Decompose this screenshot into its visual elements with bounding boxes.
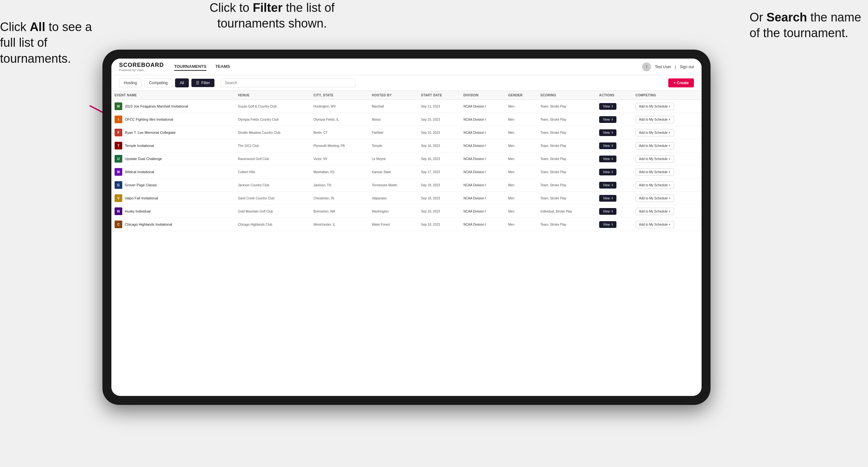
view-button[interactable]: View ℹ: [599, 195, 616, 201]
view-button[interactable]: View ℹ: [599, 169, 616, 176]
team-logo: M: [115, 102, 122, 110]
cell-scoring: Team, Stroke Play: [537, 139, 596, 152]
add-to-schedule-button[interactable]: Add to My Schedule +: [636, 142, 674, 150]
user-name: Test User: [655, 65, 671, 69]
nav-links: TOURNAMENTS TEAMS: [174, 63, 642, 71]
cell-scoring: Team, Stroke Play: [537, 126, 596, 139]
col-event-name: EVENT NAME: [112, 91, 235, 100]
cell-hosted-by: Valparaiso: [369, 192, 418, 205]
table-body: M 2023 Joe Feaganes Marshall Invitationa…: [112, 100, 702, 231]
cell-gender: Men: [505, 165, 537, 179]
view-button[interactable]: View ℹ: [599, 143, 616, 149]
nav-tournaments[interactable]: TOURNAMENTS: [174, 63, 207, 71]
add-to-schedule-button[interactable]: Add to My Schedule +: [636, 195, 674, 202]
table-row: I OFCC Fighting Illini Invitational Olym…: [112, 113, 702, 126]
cell-competing: Add to My Schedule +: [632, 139, 702, 152]
view-info-icon: ℹ: [612, 131, 613, 134]
view-button[interactable]: View ℹ: [599, 182, 616, 189]
logo-area: SCOREBOARD Powered by clipd: [119, 62, 164, 72]
cell-competing: Add to My Schedule +: [632, 100, 702, 113]
team-logo: W: [115, 208, 122, 215]
cell-venue: Guyan Golf & Country Club: [235, 100, 310, 113]
cell-event-name: U Upstate Dual Challenge: [112, 152, 235, 165]
signout-link[interactable]: Sign out: [680, 65, 694, 69]
cell-division: NCAA Division I: [460, 113, 505, 126]
view-button[interactable]: View ℹ: [599, 129, 616, 136]
cell-scoring: Team, Stroke Play: [537, 179, 596, 192]
cell-competing: Add to My Schedule +: [632, 218, 702, 231]
event-name-text: Temple Invitational: [125, 144, 154, 148]
team-logo: C: [115, 221, 122, 228]
table-row: G Grover Page Classic Jackson Country Cl…: [112, 179, 702, 192]
view-info-icon: ℹ: [612, 183, 613, 187]
annotation-top-left: Click All to see a full list of tourname…: [0, 19, 93, 67]
event-name-text: Chicago Highlands Invitational: [125, 222, 172, 226]
event-name-text: OFCC Fighting Illini Invitational: [125, 118, 173, 121]
add-to-schedule-button[interactable]: Add to My Schedule +: [636, 208, 674, 215]
view-button[interactable]: View ℹ: [599, 221, 616, 228]
cell-event-name: I OFCC Fighting Illini Invitational: [112, 113, 235, 126]
filter-icon: ☰: [196, 81, 199, 85]
add-to-schedule-button[interactable]: Add to My Schedule +: [636, 221, 674, 228]
cell-venue: Colbert Hills: [235, 165, 310, 179]
cell-scoring: Team, Stroke Play: [537, 165, 596, 179]
search-input[interactable]: [221, 79, 355, 87]
logo-sub: Powered by clipd: [119, 68, 164, 72]
team-logo: V: [115, 194, 122, 202]
team-logo: T: [115, 142, 122, 150]
filter-button[interactable]: ☰ Filter: [191, 79, 214, 87]
add-to-schedule-button[interactable]: Add to My Schedule +: [636, 129, 674, 136]
view-button[interactable]: View ℹ: [599, 116, 616, 123]
table-row: U Upstate Dual Challenge Ravenwood Golf …: [112, 152, 702, 165]
cell-hosted-by: Temple: [369, 139, 418, 152]
add-to-schedule-button[interactable]: Add to My Schedule +: [636, 155, 674, 163]
cell-start-date: Sep 11, 2023: [418, 100, 460, 113]
view-button[interactable]: View ℹ: [599, 208, 616, 215]
cell-hosted-by: Illinois: [369, 113, 418, 126]
cell-city-state: Berlin, CT: [310, 126, 369, 139]
cell-venue: Sand Creek Country Club: [235, 192, 310, 205]
header-right: T Test User | Sign out: [642, 62, 694, 71]
team-logo: I: [115, 116, 122, 123]
create-button[interactable]: + Create: [668, 79, 694, 87]
cell-actions: View ℹ: [596, 152, 632, 165]
table-row: W Husky Individual Gold Mountain Golf Cl…: [112, 205, 702, 218]
cell-actions: View ℹ: [596, 179, 632, 192]
add-to-schedule-button[interactable]: Add to My Schedule +: [636, 182, 674, 189]
event-name-text: Grover Page Classic: [125, 183, 157, 187]
cell-event-name: V Valpo Fall Invitational: [112, 192, 235, 205]
nav-teams[interactable]: TEAMS: [215, 63, 230, 71]
cell-venue: The 1912 Club: [235, 139, 310, 152]
cell-division: NCAA Division I: [460, 152, 505, 165]
tablet-screen: SCOREBOARD Powered by clipd TOURNAMENTS …: [112, 59, 702, 396]
col-venue: VENUE: [235, 91, 310, 100]
cell-hosted-by: Wake Forest: [369, 218, 418, 231]
col-hosted-by: HOSTED BY: [369, 91, 418, 100]
cell-venue: Chicago Highlands Club: [235, 218, 310, 231]
team-logo: F: [115, 129, 122, 136]
view-info-icon: ℹ: [612, 210, 613, 213]
tab-competing[interactable]: Competing: [144, 79, 173, 87]
tab-all[interactable]: All: [175, 79, 189, 87]
table-row: F Ryan T. Lee Memorial Collegiate Shuttl…: [112, 126, 702, 139]
cell-gender: Men: [505, 218, 537, 231]
cell-actions: View ℹ: [596, 192, 632, 205]
table-row: M 2023 Joe Feaganes Marshall Invitationa…: [112, 100, 702, 113]
cell-city-state: Westchester, IL: [310, 218, 369, 231]
add-to-schedule-button[interactable]: Add to My Schedule +: [636, 103, 674, 110]
cell-hosted-by: Kansas State: [369, 165, 418, 179]
cell-gender: Men: [505, 139, 537, 152]
add-to-schedule-button[interactable]: Add to My Schedule +: [636, 116, 674, 123]
cell-scoring: Individual, Stroke Play: [537, 205, 596, 218]
cell-hosted-by: Tennessee-Martin: [369, 179, 418, 192]
cell-actions: View ℹ: [596, 100, 632, 113]
view-button[interactable]: View ℹ: [599, 156, 616, 162]
tab-hosting[interactable]: Hosting: [119, 79, 142, 87]
table-row: T Temple Invitational The 1912 Club Plym…: [112, 139, 702, 152]
col-city-state: CITY, STATE: [310, 91, 369, 100]
view-button[interactable]: View ℹ: [599, 103, 616, 110]
add-to-schedule-button[interactable]: Add to My Schedule +: [636, 168, 674, 176]
logo-text: SCOREBOARD: [119, 62, 164, 68]
table-row: V Valpo Fall Invitational Sand Creek Cou…: [112, 192, 702, 205]
cell-competing: Add to My Schedule +: [632, 152, 702, 165]
